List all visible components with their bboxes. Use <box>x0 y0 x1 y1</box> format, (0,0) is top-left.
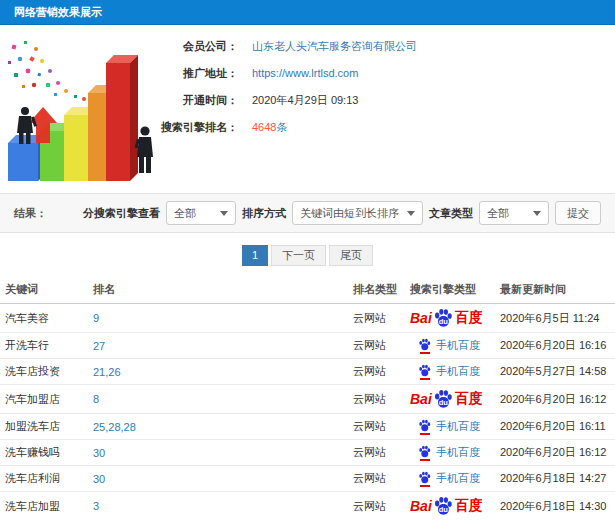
engine-type-cell: 手机百度 <box>405 440 495 466</box>
keyword-cell: 汽车加盟店 <box>0 385 88 414</box>
engine-type-cell: 手机百度 <box>405 466 495 492</box>
article-type-label: 文章类型 <box>429 206 473 221</box>
updated-time-cell: 2020年6月18日 14:27 <box>495 466 615 492</box>
updated-time-cell: 2020年6月20日 16:12 <box>495 440 615 466</box>
info-value-engine-rank-count: 4648条 <box>252 120 287 134</box>
baidu-logo: Baidu百度 <box>410 308 483 328</box>
baidu-logo: Baidu百度 <box>410 389 483 409</box>
mobile-baidu-paw <box>418 419 431 435</box>
column-header-4: 最新更新时间 <box>495 277 615 304</box>
updated-time-cell: 2020年6月20日 16:11 <box>495 414 615 440</box>
baidu-paw-icon <box>418 338 431 351</box>
confetti-dots <box>8 41 95 104</box>
table-header-row: 关键词排名排名类型搜索引擎类型最新更新时间 <box>0 277 615 304</box>
result-label: 结果： <box>14 206 47 221</box>
column-header-2: 排名类型 <box>348 277 405 304</box>
article-type-select[interactable]: 全部 <box>479 201 549 225</box>
baidu-paw-icon <box>418 445 431 458</box>
rank-link[interactable]: 9 <box>88 304 348 333</box>
sort-filter-label: 排序方式 <box>242 206 286 221</box>
mobile-baidu-logo: 手机百度 <box>418 445 480 461</box>
rank-type-cell: 云网站 <box>348 385 405 414</box>
baidu-logo-text-bai: Bai <box>410 498 432 514</box>
chevron-down-icon <box>533 211 541 216</box>
updated-time-cell: 2020年6月20日 16:16 <box>495 333 615 359</box>
info-value-promo-url[interactable]: https://www.lrtlsd.com <box>252 66 358 80</box>
info-value-open-time: 2020年4月29日 09:13 <box>252 93 358 107</box>
keyword-cell: 洗车店投资 <box>0 359 88 385</box>
engine-type-cell: Baidu百度 <box>405 385 495 414</box>
baidu-logo-text-cn: 百度 <box>455 309 483 327</box>
rank-type-cell: 云网站 <box>348 492 405 520</box>
results-table: 关键词排名排名类型搜索引擎类型最新更新时间 汽车美容9云网站Baidu百度202… <box>0 277 615 520</box>
rank-link[interactable]: 30 <box>88 466 348 492</box>
rank-link[interactable]: 3 <box>88 492 348 520</box>
baidu-paw-icon <box>418 364 431 377</box>
info-label: 推广地址： <box>150 66 238 80</box>
sort-filter-select[interactable]: 关键词由短到长排序 <box>292 201 423 225</box>
engine-filter-select[interactable]: 全部 <box>166 201 236 225</box>
mobile-baidu-logo: 手机百度 <box>418 471 480 487</box>
mobile-baidu-paw <box>418 445 431 461</box>
baidu-paw-icon <box>418 419 431 432</box>
submit-button[interactable]: 提交 <box>555 201 601 225</box>
red-underline <box>420 352 430 354</box>
next-page-button[interactable]: 下一页 <box>271 245 326 266</box>
page-number-current[interactable]: 1 <box>242 245 268 266</box>
red-underline <box>420 433 430 435</box>
engine-filter-label: 分搜索引擎查看 <box>83 206 160 221</box>
baidu-logo-text-cn: 百度 <box>455 390 483 408</box>
info-label: 搜索引擎排名： <box>150 120 238 134</box>
table-row: 汽车加盟店8云网站Baidu百度2020年6月20日 16:12 <box>0 385 615 414</box>
mobile-baidu-label: 手机百度 <box>436 471 480 486</box>
mobile-baidu-label: 手机百度 <box>436 338 480 353</box>
table-row: 洗车店投资21,26云网站手机百度2020年5月27日 14:58 <box>0 359 615 385</box>
engine-type-cell: Baidu百度 <box>405 304 495 333</box>
info-row-open-time: 开通时间：2020年4月29日 09:13 <box>150 93 615 107</box>
rank-link[interactable]: 30 <box>88 440 348 466</box>
mobile-baidu-paw <box>418 338 431 354</box>
engine-type-cell: 手机百度 <box>405 414 495 440</box>
info-section: 会员公司：山东老人头汽车服务咨询有限公司推广地址：https://www.lrt… <box>0 25 615 193</box>
rank-link[interactable]: 27 <box>88 333 348 359</box>
rank-type-cell: 云网站 <box>348 359 405 385</box>
mobile-baidu-paw <box>418 471 431 487</box>
red-underline <box>420 459 430 461</box>
rank-type-cell: 云网站 <box>348 304 405 333</box>
rank-type-cell: 云网站 <box>348 440 405 466</box>
svg-text:du: du <box>439 505 449 514</box>
baidu-paw-icon <box>418 471 431 484</box>
keyword-cell: 汽车美容 <box>0 304 88 333</box>
keyword-cell: 洗车店加盟 <box>0 492 88 520</box>
column-header-0: 关键词 <box>0 277 88 304</box>
info-value-member-company[interactable]: 山东老人头汽车服务咨询有限公司 <box>252 39 417 53</box>
rank-link[interactable]: 8 <box>88 385 348 414</box>
count-unit: 条 <box>276 121 287 133</box>
rank-link[interactable]: 25,28,28 <box>88 414 348 440</box>
page-title: 网络营销效果展示 <box>14 6 102 18</box>
baidu-logo-text-bai: Bai <box>410 391 432 407</box>
table-row: 洗车店利润30云网站手机百度2020年6月18日 14:27 <box>0 466 615 492</box>
baidu-logo-text-cn: 百度 <box>455 497 483 515</box>
svg-text:du: du <box>439 317 449 326</box>
keyword-cell: 开洗车行 <box>0 333 88 359</box>
chevron-down-icon <box>407 211 415 216</box>
keyword-cell: 洗车赚钱吗 <box>0 440 88 466</box>
engine-type-cell: 手机百度 <box>405 333 495 359</box>
info-row-member-company: 会员公司：山东老人头汽车服务咨询有限公司 <box>150 39 615 53</box>
keyword-cell: 加盟洗车店 <box>0 414 88 440</box>
updated-time-cell: 2020年6月20日 16:12 <box>495 385 615 414</box>
rank-type-cell: 云网站 <box>348 333 405 359</box>
table-row: 洗车赚钱吗30云网站手机百度2020年6月20日 16:12 <box>0 440 615 466</box>
mobile-baidu-paw <box>418 364 431 380</box>
table-row: 加盟洗车店25,28,28云网站手机百度2020年6月20日 16:11 <box>0 414 615 440</box>
mobile-baidu-label: 手机百度 <box>436 419 480 434</box>
baidu-paw-icon: du <box>433 389 453 409</box>
pagination: 1 下一页 尾页 <box>0 233 615 277</box>
keyword-cell: 洗车店利润 <box>0 466 88 492</box>
mobile-baidu-label: 手机百度 <box>436 445 480 460</box>
rank-link[interactable]: 21,26 <box>88 359 348 385</box>
last-page-button[interactable]: 尾页 <box>329 245 373 266</box>
engine-type-cell: 手机百度 <box>405 359 495 385</box>
table-row: 洗车店加盟3云网站Baidu百度2020年6月18日 14:30 <box>0 492 615 520</box>
